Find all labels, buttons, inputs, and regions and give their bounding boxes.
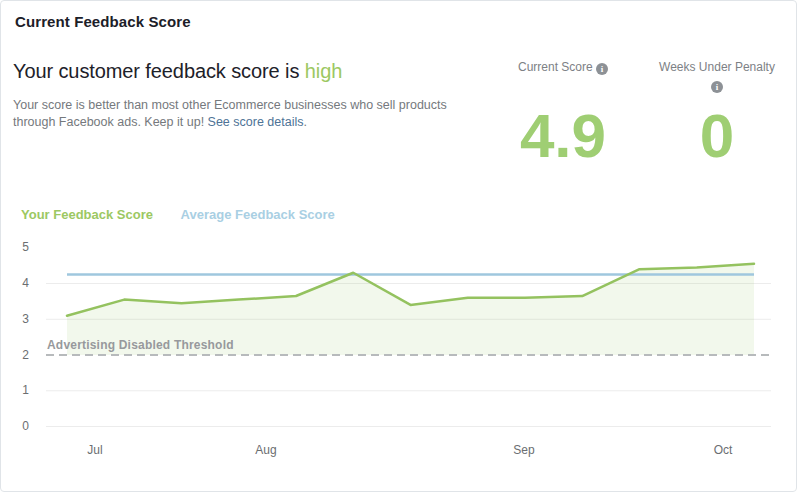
x-axis-label: Sep [499, 443, 549, 458]
feedback-score-chart [1, 1, 796, 491]
y-axis-tick: 2 [9, 348, 29, 363]
threshold-label: Advertising Disabled Threshold [47, 338, 234, 352]
feedback-score-card: Current Feedback Score Your customer fee… [0, 0, 797, 492]
y-axis-tick: 0 [9, 419, 29, 434]
x-axis-label: Oct [698, 443, 748, 458]
y-axis-tick: 3 [9, 312, 29, 327]
y-axis-tick: 4 [9, 276, 29, 291]
y-axis-tick: 1 [9, 383, 29, 398]
x-axis-label: Aug [241, 443, 291, 458]
x-axis-label: Jul [70, 443, 120, 458]
y-axis-tick: 5 [9, 240, 29, 255]
